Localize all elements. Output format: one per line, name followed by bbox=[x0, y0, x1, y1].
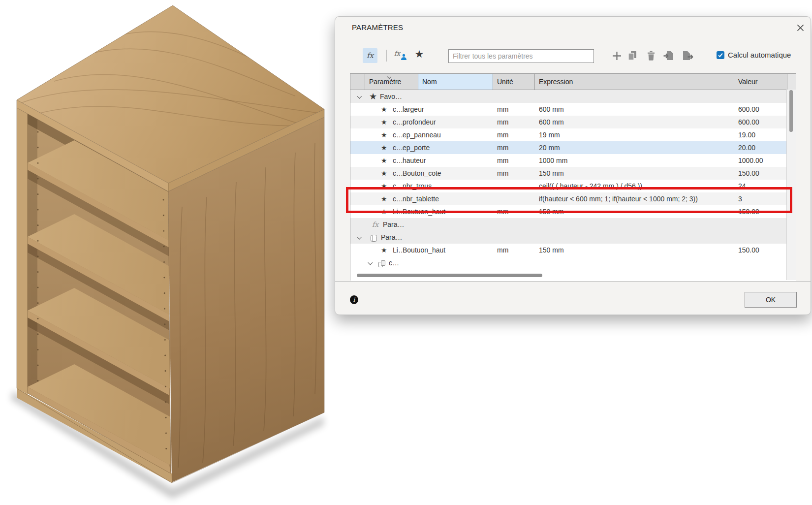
group-row-c[interactable]: c… bbox=[350, 256, 788, 269]
favorite-star-icon[interactable]: ★ bbox=[381, 180, 387, 192]
column-header-Valeur[interactable]: Valeur bbox=[734, 74, 787, 90]
vertical-scrollbar[interactable] bbox=[786, 90, 796, 280]
param-row-Boutuon_haut[interactable]: ★Li…Boutuon_hautmm150 mm150.00 bbox=[350, 244, 788, 256]
dialog-title: PARAMÈTRES bbox=[352, 23, 403, 32]
param-row-profondeur[interactable]: ★c…profondeurmm600 mm600.00 bbox=[350, 116, 788, 128]
param-name: Boutuon_haut bbox=[403, 244, 445, 256]
favorite-star-icon[interactable]: ★ bbox=[381, 205, 387, 218]
param-scope: c… bbox=[393, 154, 403, 167]
param-name: ep_porte bbox=[403, 141, 430, 154]
param-row-nbr_tablette[interactable]: ★c…nbr_tabletteif(hauteur < 600 mm; 1; i… bbox=[350, 192, 788, 205]
component-icon bbox=[370, 234, 377, 242]
param-name: Boutuon_haut bbox=[403, 205, 445, 218]
param-unit: mm bbox=[497, 141, 508, 154]
import-button[interactable] bbox=[663, 50, 675, 62]
filter-input[interactable] bbox=[448, 49, 594, 63]
param-expression: 150 mm bbox=[539, 205, 564, 218]
favorite-star-icon[interactable]: ★ bbox=[381, 128, 387, 141]
param-value: 1000.00 bbox=[738, 154, 763, 167]
trash-icon bbox=[646, 50, 656, 61]
param-unit: mm bbox=[497, 167, 508, 180]
row-icon bbox=[370, 231, 377, 244]
horizontal-scrollbar-thumb[interactable] bbox=[357, 274, 542, 277]
table-body: ★Favo…★c…largeurmm600 mm600.00★c…profond… bbox=[350, 90, 796, 281]
person-icon bbox=[401, 54, 407, 61]
favorite-star-icon[interactable]: ★ bbox=[381, 167, 387, 180]
favorite-star-icon[interactable]: ★ bbox=[381, 244, 387, 256]
info-glyph: i bbox=[353, 296, 355, 303]
add-parameter-button[interactable] bbox=[611, 50, 623, 62]
page-arrow-out-icon bbox=[682, 50, 693, 61]
check-icon bbox=[718, 52, 723, 58]
param-scope: c… bbox=[393, 192, 403, 205]
chevron-down-icon[interactable] bbox=[357, 235, 362, 239]
param-expression: 600 mm bbox=[539, 103, 564, 116]
param-value: 150.00 bbox=[738, 244, 759, 256]
vertical-scrollbar-thumb[interactable] bbox=[789, 90, 793, 132]
param-row-ep_panneau[interactable]: ★c…ep_panneaumm19 mm19.00 bbox=[350, 128, 788, 141]
group-row-Favo[interactable]: ★Favo… bbox=[350, 90, 788, 103]
footer-divider bbox=[335, 281, 811, 282]
column-header-gutter[interactable] bbox=[350, 74, 365, 90]
param-row-ep_porte[interactable]: ★c…ep_portemm20 mm20.00 bbox=[350, 141, 788, 154]
param-expression: if(hauteur < 600 mm; 1; if(hauteur < 100… bbox=[539, 192, 698, 205]
info-icon[interactable]: i bbox=[350, 295, 358, 304]
row-icon bbox=[378, 256, 386, 269]
plus-icon bbox=[612, 51, 622, 61]
ok-label: OK bbox=[766, 296, 776, 304]
favorite-star-icon[interactable]: ★ bbox=[381, 192, 387, 205]
param-row-hauteur[interactable]: ★c…hauteurmm1000 mm1000.00 bbox=[350, 154, 788, 167]
param-scope: c… bbox=[393, 141, 403, 154]
param-name: profondeur bbox=[403, 116, 436, 128]
favorite-star-icon[interactable]: ★ bbox=[369, 90, 377, 103]
fx-filter-button[interactable]: fx bbox=[363, 48, 377, 63]
close-icon[interactable] bbox=[794, 22, 806, 33]
copy-button[interactable] bbox=[626, 50, 638, 62]
chevron-down-icon[interactable] bbox=[357, 94, 362, 98]
param-unit: mm bbox=[497, 128, 508, 141]
group-row-Para[interactable]: Para… bbox=[350, 231, 788, 244]
param-unit: mm bbox=[497, 103, 508, 116]
favorite-star-icon[interactable]: ★ bbox=[381, 116, 387, 128]
param-row-largeur[interactable]: ★c…largeurmm600 mm600.00 bbox=[350, 103, 788, 116]
column-header-Nom[interactable]: Nom bbox=[418, 74, 493, 90]
param-row-nbr_trous[interactable]: ★c…nbr_trousceil(( ( hauteur - 242 mm ) … bbox=[350, 180, 788, 192]
param-unit: mm bbox=[497, 154, 508, 167]
group-label: c… bbox=[389, 256, 399, 269]
favorite-star-icon[interactable]: ★ bbox=[381, 141, 387, 154]
favorite-star-icon[interactable]: ★ bbox=[381, 103, 387, 116]
model-viewport[interactable] bbox=[0, 0, 335, 505]
group-label: Favo… bbox=[380, 90, 402, 103]
param-value: 600.00 bbox=[738, 116, 759, 128]
param-unit: mm bbox=[497, 244, 508, 256]
parameters-table: ParamètreNomUnitéExpressionValeur ★Favo…… bbox=[350, 73, 796, 281]
left-panel-front-edge bbox=[17, 108, 28, 394]
param-row-Bouton_cote[interactable]: ★c…Bouton_cotemm150 mm150.00 bbox=[350, 167, 788, 180]
export-button[interactable] bbox=[682, 50, 693, 62]
param-value: 20.00 bbox=[738, 141, 755, 154]
fx-icon: fx bbox=[394, 50, 400, 57]
copy-icon bbox=[627, 50, 638, 61]
table-header: ParamètreNomUnitéExpressionValeur bbox=[350, 74, 796, 90]
param-value: 150.00 bbox=[738, 167, 759, 180]
header-scroll-corner bbox=[787, 74, 796, 90]
param-name: nbr_trous bbox=[403, 180, 432, 192]
column-header-Paramètre[interactable]: Paramètre bbox=[365, 74, 418, 90]
delete-button[interactable] bbox=[645, 50, 657, 62]
group-row-Para[interactable]: fxPara… bbox=[350, 218, 788, 231]
favorite-star-icon[interactable]: ★ bbox=[381, 154, 387, 167]
param-scope: c… bbox=[393, 167, 403, 180]
ok-button[interactable]: OK bbox=[745, 292, 797, 308]
parameters-dialog: PARAMÈTRES fx fx ★ bbox=[335, 16, 811, 315]
param-value: 600.00 bbox=[738, 103, 759, 116]
param-row-Boutuon_haut[interactable]: ★Li…Boutuon_hautmm150 mm150.00 bbox=[350, 205, 788, 218]
param-scope: c… bbox=[393, 128, 403, 141]
auto-calc-checkbox[interactable] bbox=[717, 51, 724, 59]
column-header-Unité[interactable]: Unité bbox=[493, 74, 535, 90]
favorites-filter-button[interactable]: ★ bbox=[413, 47, 426, 61]
param-scope: c… bbox=[393, 180, 403, 192]
param-value: 19.00 bbox=[738, 128, 755, 141]
user-parameter-filter-button[interactable]: fx bbox=[394, 49, 410, 63]
column-header-Expression[interactable]: Expression bbox=[535, 74, 734, 90]
chevron-down-icon[interactable] bbox=[368, 260, 373, 265]
